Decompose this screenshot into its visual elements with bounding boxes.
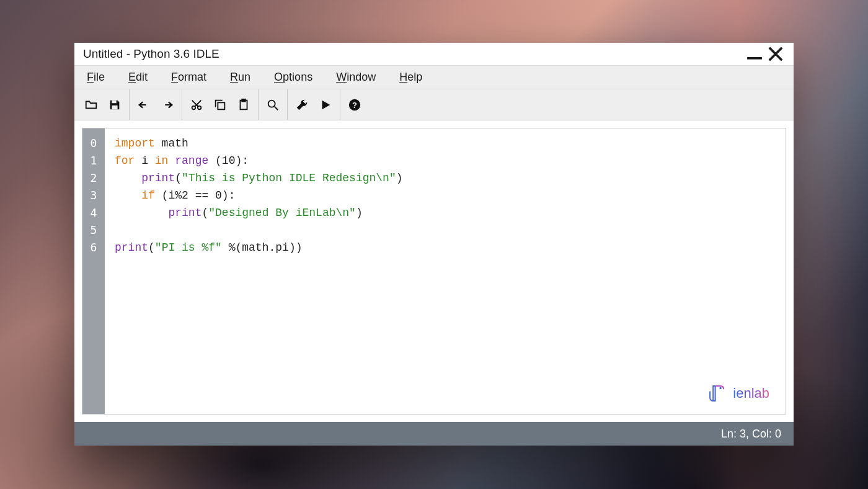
menu-options[interactable]: Options xyxy=(265,67,321,87)
line-number-gutter: 0 1 2 3 4 5 6 xyxy=(82,128,105,414)
status-bar: Ln: 3, Col: 0 xyxy=(74,422,794,446)
menu-window[interactable]: Window xyxy=(327,67,384,87)
menu-bar: File Edit Format Run Options Window Help xyxy=(74,65,794,89)
tool-bar: ? xyxy=(74,89,794,120)
menu-edit[interactable]: Edit xyxy=(120,67,156,87)
run-button[interactable] xyxy=(314,91,337,119)
svg-line-13 xyxy=(275,106,278,110)
close-button[interactable] xyxy=(765,43,786,65)
logo-icon xyxy=(707,383,728,404)
code-area[interactable]: import math for i in range (10): print("… xyxy=(105,128,786,414)
code-editor[interactable]: 0 1 2 3 4 5 6 import math for i in range… xyxy=(82,128,786,415)
menu-format[interactable]: Format xyxy=(162,67,215,87)
svg-text:?: ? xyxy=(352,100,357,109)
editor-container: 0 1 2 3 4 5 6 import math for i in range… xyxy=(74,120,794,422)
paste-button[interactable] xyxy=(232,91,255,119)
redo-button[interactable] xyxy=(156,91,179,119)
svg-rect-11 xyxy=(242,99,246,101)
brand-logo: ienlab xyxy=(707,383,769,404)
copy-button[interactable] xyxy=(208,91,232,119)
save-button[interactable] xyxy=(103,91,126,119)
title-bar[interactable]: Untitled - Python 3.6 IDLE xyxy=(74,43,794,65)
minimize-button[interactable] xyxy=(744,43,765,65)
settings-button[interactable] xyxy=(290,91,314,119)
menu-file[interactable]: File xyxy=(78,67,113,87)
svg-point-16 xyxy=(720,387,722,389)
menu-run[interactable]: Run xyxy=(221,67,259,87)
idle-window: Untitled - Python 3.6 IDLE File Edit For… xyxy=(74,43,794,446)
undo-button[interactable] xyxy=(132,91,156,119)
logo-text: ienlab xyxy=(733,385,769,402)
window-title: Untitled - Python 3.6 IDLE xyxy=(83,47,744,61)
svg-point-12 xyxy=(268,100,275,107)
svg-rect-3 xyxy=(112,100,116,103)
help-button[interactable]: ? xyxy=(343,91,366,119)
search-button[interactable] xyxy=(261,91,285,119)
svg-rect-9 xyxy=(218,102,224,109)
open-button[interactable] xyxy=(79,91,103,119)
svg-rect-4 xyxy=(112,105,117,109)
cursor-position: Ln: 3, Col: 0 xyxy=(721,428,781,441)
menu-help[interactable]: Help xyxy=(391,67,431,87)
cut-button[interactable] xyxy=(185,91,208,119)
